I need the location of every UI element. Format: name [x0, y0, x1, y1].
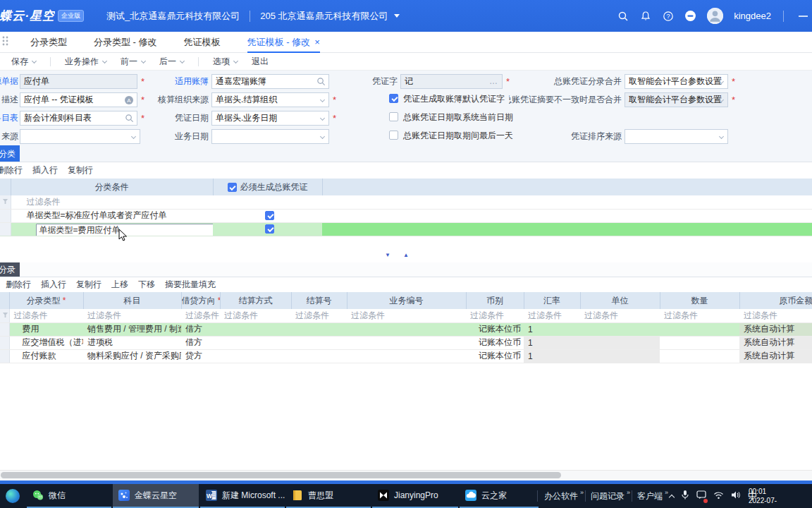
cell-quantity[interactable]	[660, 322, 739, 336]
taskbar-app-wechat[interactable]: 微信	[27, 484, 111, 508]
org-switcher[interactable]: 205 北京通嘉鼎元科技有限公司	[260, 10, 388, 23]
filter-cell[interactable]: 过滤条件	[580, 309, 660, 322]
col-original-amount[interactable]: 原币金额	[739, 292, 812, 309]
delete-row-button[interactable]: 删除行	[0, 164, 23, 176]
cell-exchange-rate[interactable]: 1	[524, 322, 580, 336]
cell-settle-no[interactable]	[291, 322, 347, 336]
taskbar-app-yunzhijia[interactable]: 云之家	[460, 484, 539, 508]
edge-browser-icon[interactable]	[6, 489, 20, 503]
filter-cell[interactable]: 过滤条件	[291, 309, 347, 322]
username-label[interactable]: kingdee2	[734, 11, 771, 21]
filter-cell[interactable]: 过滤条件	[181, 309, 220, 322]
book-field[interactable]: 通嘉宏瑞账簿	[211, 74, 329, 89]
cell-unit[interactable]	[580, 349, 660, 363]
lookup-search-icon[interactable]	[316, 77, 326, 89]
collapse-up-icon[interactable]: ▲	[403, 252, 422, 258]
filter-cell[interactable]	[213, 195, 322, 209]
user-avatar[interactable]	[707, 8, 723, 24]
cell-dc-direction[interactable]: 借方	[181, 336, 220, 349]
tab-entry-type-edit[interactable]: 分录类型 - 修改	[94, 32, 157, 53]
cell-entry-type[interactable]: 应交增值税（进项）	[9, 336, 83, 349]
lookup-search-icon[interactable]	[125, 114, 134, 126]
col-business-no[interactable]: 业务编号	[347, 292, 466, 309]
col-unit[interactable]: 单位	[580, 292, 660, 309]
col-quantity[interactable]: 数量	[660, 292, 739, 309]
taskbar-app-caosimeng[interactable]: 曹思盟	[286, 484, 371, 508]
cell-exchange-rate[interactable]: 1	[524, 336, 580, 349]
cell-original-amount[interactable]: 系统自动计算	[739, 349, 812, 363]
checkbox-must-generate-all[interactable]	[228, 183, 237, 192]
filter-cell[interactable]: 过滤条件	[9, 309, 83, 322]
checkbox-gl-date-current[interactable]	[389, 112, 398, 121]
filter-cell[interactable]: 过滤条件	[466, 309, 524, 322]
col-dc-direction[interactable]: 借贷方向 *	[181, 292, 220, 309]
delete-row-button[interactable]: 删除行	[6, 279, 31, 291]
cell-original-amount[interactable]: 系统自动计算	[739, 322, 812, 336]
cell-settle-no[interactable]	[291, 349, 347, 363]
cell-quantity[interactable]	[660, 349, 739, 363]
classify-row-1[interactable]: 单据类型=标准应付单或者资产应付单	[0, 209, 812, 222]
next-button[interactable]: 后一	[159, 56, 184, 68]
classify-must-generate-header[interactable]: 必须生成总账凭证	[213, 179, 322, 195]
checkbox-default-voucher-word[interactable]	[389, 94, 398, 103]
checkbox-must-generate[interactable]	[265, 224, 274, 234]
microphone-icon[interactable]	[681, 490, 689, 503]
filter-cell[interactable]: 过滤条件	[524, 309, 580, 322]
cell-business-no[interactable]	[347, 336, 466, 349]
classify-condition-header[interactable]: 分类条件	[11, 179, 213, 195]
horizontal-scrollbar-thumb[interactable]	[1, 472, 561, 478]
tab-close-icon[interactable]: ×	[314, 37, 320, 47]
cell-currency[interactable]: 记账本位币	[466, 322, 524, 336]
volume-icon[interactable]	[731, 490, 741, 502]
must-generate-cell[interactable]	[213, 222, 322, 236]
tab-voucher-template[interactable]: 凭证模板	[184, 32, 221, 53]
cell-settle-method[interactable]	[220, 349, 291, 363]
row-handle[interactable]	[0, 222, 11, 236]
col-account[interactable]: 科目	[83, 292, 181, 309]
account-table-field[interactable]: 新会计准则科目表	[20, 111, 137, 126]
sort-source-select[interactable]	[625, 129, 728, 144]
col-settle-method[interactable]: 结算方式	[220, 292, 291, 309]
batch-fill-summary-button[interactable]: 摘要批量填充	[165, 279, 216, 291]
source-bill-field[interactable]: 应付单	[20, 74, 137, 89]
move-down-button[interactable]: 下移	[138, 279, 155, 291]
cell-entry-type[interactable]: 费用	[9, 322, 83, 336]
org-source-select[interactable]: 单据头.结算组织	[211, 92, 329, 107]
filter-cell[interactable]	[322, 195, 812, 209]
entry-merge-select[interactable]: 取智能会计平台参数设置	[625, 74, 728, 89]
col-entry-type[interactable]: 分录类型 *	[9, 292, 83, 309]
expand-chevrons-icon[interactable]: »	[580, 489, 584, 496]
quick-launch-client[interactable]: 客户端»	[637, 484, 668, 508]
taskbar-clock[interactable]: 00:01 2022-07-	[749, 487, 812, 505]
wifi-icon[interactable]	[713, 490, 724, 502]
tab-voucher-template-edit[interactable]: 凭证模板 - 修改×	[247, 32, 320, 53]
taskbar-app-word[interactable]: W 新建 Microsoft ...	[200, 484, 285, 508]
minimize-button[interactable]	[799, 16, 808, 17]
cell-exchange-rate[interactable]: 1	[524, 349, 580, 363]
insert-row-button[interactable]: 插入行	[41, 279, 66, 291]
notification-bell-icon[interactable]	[639, 10, 651, 22]
row-handle[interactable]	[0, 322, 9, 336]
col-settle-no[interactable]: 结算号	[291, 292, 347, 309]
org-caret-icon[interactable]	[394, 14, 400, 18]
move-up-button[interactable]: 上移	[111, 279, 128, 291]
cell-account[interactable]: 进项税	[83, 336, 181, 349]
insert-row-button[interactable]: 插入行	[32, 164, 58, 176]
description-field[interactable]: 应付单 -- 凭证模板 A	[20, 92, 137, 107]
options-button[interactable]: 选项	[213, 56, 238, 68]
voucher-word-field[interactable]: 记…	[400, 74, 503, 89]
expand-chevrons-icon[interactable]: »	[627, 489, 630, 496]
filter-cell[interactable]: 过滤条件	[660, 309, 739, 322]
condition-cell[interactable]: 单据类型=标准应付单或者资产应付单	[11, 209, 213, 222]
cell-dc-direction[interactable]: 借方	[181, 322, 220, 336]
search-icon[interactable]	[617, 10, 629, 22]
cell-currency[interactable]: 记账本位币	[466, 349, 524, 363]
save-button[interactable]: 保存	[11, 56, 36, 68]
tab-entry-type[interactable]: 分录类型	[30, 32, 67, 53]
menu-grid-icon[interactable]	[2, 36, 13, 49]
cell-dc-direction[interactable]: 贷方	[181, 349, 220, 363]
filter-cell[interactable]: 过滤条件	[83, 309, 181, 322]
cell-original-amount[interactable]: 系统自动计算	[739, 336, 812, 349]
filter-cell[interactable]: 过滤条件	[11, 195, 213, 209]
col-currency[interactable]: 币别	[466, 292, 524, 309]
